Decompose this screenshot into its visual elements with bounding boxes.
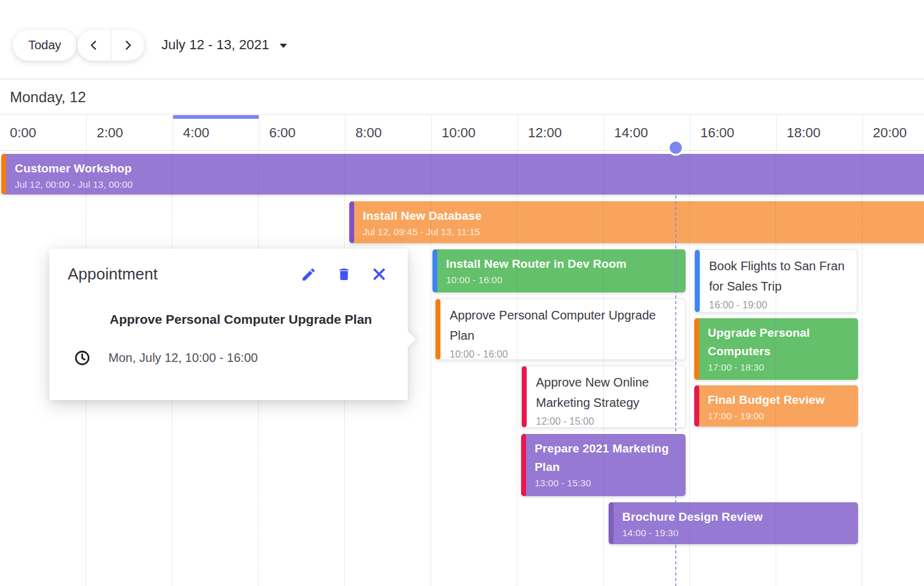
event-title: Customer Workshop xyxy=(15,159,918,178)
event-time: 17:00 - 19:00 xyxy=(708,409,849,423)
time-header-highlight xyxy=(173,115,259,119)
time-label: 4:00 xyxy=(173,125,209,141)
time-header-cell-1200[interactable]: 12:00 xyxy=(517,115,604,150)
edit-button[interactable] xyxy=(299,265,318,284)
current-time-dot xyxy=(670,142,682,154)
event-accent-strip xyxy=(436,299,440,359)
event-title: Install New Router in Dev Room xyxy=(446,255,677,273)
next-button[interactable] xyxy=(111,30,145,60)
event-time: 14:00 - 19:30 xyxy=(622,526,849,540)
close-icon xyxy=(371,266,387,283)
event-accent-strip xyxy=(521,434,526,496)
delete-button[interactable] xyxy=(334,265,353,284)
day-header[interactable]: Monday, 12 xyxy=(0,80,924,114)
popup-meta: Mon, July 12, 10:00 - 16:00 xyxy=(74,350,408,366)
event-accent-strip xyxy=(349,201,354,243)
time-label: 12:00 xyxy=(518,125,562,141)
pencil-icon xyxy=(301,267,317,283)
event-install-new-database[interactable]: Install New DatabaseJul 12, 09:45 - Jul … xyxy=(349,201,924,243)
event-time: 17:00 - 18:30 xyxy=(708,361,849,374)
time-header-cell-1000[interactable]: 10:00 xyxy=(431,115,517,150)
event-brochure-design-review[interactable]: Brochure Design Review14:00 - 19:30 xyxy=(609,502,858,544)
time-header-cell-1600[interactable]: 16:00 xyxy=(690,115,776,150)
event-time: Jul 12, 09:45 - Jul 13, 11:15 xyxy=(363,225,918,239)
time-header-cell-200[interactable]: 2:00 xyxy=(86,115,172,150)
popup-time: Mon, July 12, 10:00 - 16:00 xyxy=(108,351,257,365)
time-header-cell-400[interactable]: 4:00 xyxy=(172,115,259,150)
event-accent-strip xyxy=(609,502,614,544)
event-approve-personal-computer-upgrade-plan[interactable]: Approve Personal Computer Upgrade Plan10… xyxy=(435,299,686,360)
time-header-cell-600[interactable]: 6:00 xyxy=(259,115,345,150)
appointment-popup: Appointment Approv xyxy=(49,249,408,400)
time-label: 18:00 xyxy=(777,125,821,141)
event-prepare-2021-marketing-plan[interactable]: Prepare 2021 Marketing Plan13:00 - 15:30 xyxy=(521,434,686,496)
event-accent-strip xyxy=(694,318,699,380)
event-title: Approve New Online Marketing Strategy xyxy=(536,372,675,413)
event-title: Install New Database xyxy=(363,207,918,225)
time-label: 10:00 xyxy=(432,125,476,141)
time-label: 20:00 xyxy=(863,125,907,141)
event-title: Brochure Design Review xyxy=(622,508,849,526)
event-approve-new-online-marketing-strategy[interactable]: Approve New Online Marketing Strategy12:… xyxy=(521,366,686,428)
time-header-cell-000[interactable]: 0:00 xyxy=(0,115,86,150)
event-customer-workshop[interactable]: Customer WorkshopJul 12, 00:00 - Jul 13,… xyxy=(1,154,924,195)
date-range-selector[interactable]: July 12 - 13, 2021 xyxy=(161,29,287,61)
event-time: 10:00 - 16:00 xyxy=(446,273,677,287)
event-accent-strip xyxy=(432,249,437,292)
event-title: Book Flights to San Fran for Sales Trip xyxy=(709,256,847,297)
event-install-new-router-in-dev-room[interactable]: Install New Router in Dev Room10:00 - 16… xyxy=(432,249,686,292)
chevron-right-icon xyxy=(122,39,134,51)
chevron-down-icon xyxy=(280,44,287,48)
event-time: 13:00 - 15:30 xyxy=(535,476,677,490)
popup-actions xyxy=(299,265,388,284)
clock-icon xyxy=(74,350,91,366)
time-label: 0:00 xyxy=(0,125,36,141)
date-nav-group xyxy=(77,29,145,61)
event-accent-strip xyxy=(522,366,527,427)
time-header-cell-800[interactable]: 8:00 xyxy=(345,115,431,150)
time-header: 0:002:004:006:008:0010:0012:0014:0016:00… xyxy=(0,115,924,151)
event-title: Upgrade Personal Computers xyxy=(708,324,849,361)
scheduler-app: Today July 12 - 13, 2021 Monday, 12 0:00… xyxy=(0,0,924,586)
event-title: Final Budget Review xyxy=(708,391,849,409)
time-label: 8:00 xyxy=(346,125,382,141)
event-title: Prepare 2021 Marketing Plan xyxy=(535,440,677,476)
previous-button[interactable] xyxy=(78,30,111,60)
popup-header: Appointment xyxy=(49,249,408,284)
today-button[interactable]: Today xyxy=(12,29,77,61)
time-label: 16:00 xyxy=(691,125,734,141)
popup-subject: Approve Personal Computer Upgrade Plan xyxy=(110,312,391,327)
event-upgrade-personal-computers[interactable]: Upgrade Personal Computers17:00 - 18:30 xyxy=(694,318,858,380)
event-time: Jul 12, 00:00 - Jul 13, 00:00 xyxy=(15,178,918,191)
time-label: 14:00 xyxy=(604,125,648,141)
close-button[interactable] xyxy=(370,265,388,284)
chevron-left-icon xyxy=(88,39,100,51)
toolbar: Today July 12 - 13, 2021 xyxy=(0,0,924,79)
time-header-cell-2000[interactable]: 20:00 xyxy=(862,115,924,150)
time-label: 6:00 xyxy=(259,125,296,141)
event-time: 16:00 - 19:00 xyxy=(709,299,847,312)
popup-title: Appointment xyxy=(68,265,158,284)
event-final-budget-review[interactable]: Final Budget Review17:00 - 19:00 xyxy=(694,385,858,427)
time-label: 2:00 xyxy=(87,125,123,141)
event-accent-strip xyxy=(694,385,699,427)
event-accent-strip xyxy=(695,250,700,312)
trash-icon xyxy=(336,267,352,282)
event-time: 10:00 - 16:00 xyxy=(450,348,675,360)
event-book-flights-to-san-fran-for-sales-trip[interactable]: Book Flights to San Fran for Sales Trip1… xyxy=(694,249,857,313)
date-range-label: July 12 - 13, 2021 xyxy=(161,37,269,53)
event-accent-strip xyxy=(1,154,6,195)
event-time: 12:00 - 15:00 xyxy=(536,415,675,428)
event-title: Approve Personal Computer Upgrade Plan xyxy=(450,305,675,346)
day-header-label: Monday, 12 xyxy=(10,89,86,106)
time-header-cell-1800[interactable]: 18:00 xyxy=(776,115,862,150)
